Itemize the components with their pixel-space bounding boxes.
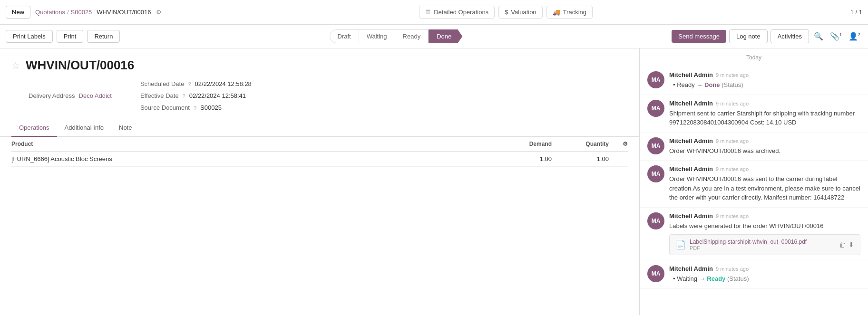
msg-author-4: Mitchell Admin: [669, 165, 713, 172]
valuation-label: Valuation: [511, 9, 536, 16]
tracking-button[interactable]: 🚚 Tracking: [546, 6, 593, 19]
msg-content-2: Mitchell Admin 9 minutes ago Shipment se…: [669, 100, 860, 127]
msg-content-5: Mitchell Admin 9 minutes ago Labels were…: [669, 212, 860, 256]
source-document-label: Source Document: [140, 104, 190, 111]
status-to-1: Done: [704, 81, 720, 88]
breadcrumb-quotations[interactable]: Quotations: [35, 9, 65, 16]
table-area: Product Demand Quantity ⚙ [FURN_6666] Ac…: [0, 137, 639, 167]
row-action-cell: [609, 155, 628, 162]
msg-body-4: Order WHVIN/OUT/00016 was sent to the ca…: [669, 174, 860, 202]
tab-note[interactable]: Note: [111, 119, 139, 137]
avatar-4: MA: [647, 165, 664, 182]
valuation-button[interactable]: $ Valuation: [498, 6, 542, 19]
avatar-initials-5: MA: [652, 218, 661, 224]
msg-header-1: Mitchell Admin 9 minutes ago: [669, 71, 860, 78]
action-bar-right: Send message Log note Activities 🔍 📎1 👤2: [672, 29, 862, 43]
tracking-label: Tracking: [563, 9, 586, 16]
favorite-star-icon[interactable]: ☆: [11, 60, 20, 71]
scheduled-date-label: Scheduled Date: [140, 80, 185, 87]
status-label-1: (Status): [722, 81, 743, 88]
msg-header-2: Mitchell Admin 9 minutes ago: [669, 100, 860, 107]
status-bar: Draft Waiting Ready Done: [330, 29, 463, 43]
scheduled-date-help[interactable]: ?: [188, 81, 191, 87]
msg-body-6: • Waiting → Ready (Status): [669, 274, 860, 284]
status-draft[interactable]: Draft: [330, 29, 359, 43]
return-button[interactable]: Return: [87, 30, 120, 43]
msg-content-3: Mitchell Admin 9 minutes ago Order WHVIN…: [669, 137, 860, 156]
pdf-icon: 📄: [675, 239, 686, 250]
breadcrumb-separator: /: [67, 9, 69, 16]
avatar-3: MA: [647, 137, 664, 154]
detailed-operations-label: Detailed Operations: [434, 9, 488, 16]
effective-date-help[interactable]: ?: [183, 93, 185, 99]
avatar-2: MA: [647, 100, 664, 117]
attachment-box: 📄 LabelShipping-starshipit-whvin_out_000…: [669, 234, 860, 255]
col-settings-icon[interactable]: ⚙: [609, 141, 628, 147]
effective-date-label: Effective Date: [140, 92, 179, 99]
user-icon-button[interactable]: 👤2: [847, 30, 862, 43]
message-5: MA Mitchell Admin 9 minutes ago Labels w…: [640, 208, 868, 261]
send-message-button[interactable]: Send message: [672, 30, 726, 43]
top-bar: New Quotations / S00025 WHVIN/OUT/00016 …: [0, 0, 868, 25]
msg-author-6: Mitchell Admin: [669, 265, 713, 272]
source-document-value: S00025: [200, 104, 222, 111]
log-note-button[interactable]: Log note: [729, 29, 768, 43]
msg-header-6: Mitchell Admin 9 minutes ago: [669, 265, 860, 272]
detailed-operations-button[interactable]: ☰ Detailed Operations: [419, 6, 495, 19]
truck-icon: 🚚: [553, 9, 560, 16]
search-icon-button[interactable]: 🔍: [812, 30, 825, 43]
attachment-info: LabelShipping-starshipit-whvin_out_00016…: [690, 239, 835, 251]
paperclip-icon-button[interactable]: 📎1: [828, 30, 844, 43]
msg-header-3: Mitchell Admin 9 minutes ago: [669, 137, 860, 144]
message-4: MA Mitchell Admin 9 minutes ago Order WH…: [640, 161, 868, 208]
effective-date-field: Effective Date ? 02/22/2024 12:58:41: [140, 92, 252, 99]
chatter-today-label: Today: [640, 48, 868, 67]
col-product-header: Product: [11, 141, 495, 147]
attachment-type: PDF: [690, 245, 835, 251]
status-change-1: • Ready → Done (Status): [673, 80, 860, 90]
status-label-6: (Status): [727, 275, 749, 282]
msg-time-5: 9 minutes ago: [716, 213, 749, 219]
msg-body-3: Order WHVIN/OUT/00016 was archived.: [669, 146, 860, 156]
tab-additional-info[interactable]: Additional Info: [57, 119, 111, 137]
record-id-label: WHVIN/OUT/00016: [97, 9, 151, 16]
status-from-6: Waiting: [677, 275, 697, 282]
status-from-1: Ready: [677, 81, 695, 88]
effective-date-value: 02/22/2024 12:58:41: [189, 92, 246, 99]
print-button[interactable]: Print: [57, 30, 84, 43]
scheduled-date-value: 02/22/2024 12:58:28: [195, 80, 252, 87]
message-1: MA Mitchell Admin 9 minutes ago • Ready …: [640, 67, 868, 95]
tab-operations[interactable]: Operations: [11, 119, 57, 137]
status-ready[interactable]: Ready: [395, 29, 429, 43]
new-button[interactable]: New: [6, 6, 30, 19]
msg-body-5: Labels were generated for the order WHVI…: [669, 221, 860, 231]
col-demand-header: Demand: [495, 141, 552, 147]
avatar-5: MA: [647, 212, 664, 229]
product-cell[interactable]: [FURN_6666] Acoustic Bloc Screens: [11, 155, 495, 162]
avatar-initials-1: MA: [652, 76, 661, 83]
msg-time-4: 9 minutes ago: [716, 166, 749, 172]
page-indicator: 1 / 1: [850, 9, 862, 16]
avatar-1: MA: [647, 71, 664, 88]
col-quantity-header: Quantity: [552, 141, 609, 147]
table-header: Product Demand Quantity ⚙: [11, 137, 628, 152]
status-waiting[interactable]: Waiting: [359, 29, 395, 43]
chatter: Today MA Mitchell Admin 9 minutes ago • …: [640, 48, 868, 315]
breadcrumb-s00025[interactable]: S00025: [71, 9, 92, 16]
action-bar: Print Labels Print Return Draft Waiting …: [0, 25, 868, 48]
msg-content-4: Mitchell Admin 9 minutes ago Order WHVIN…: [669, 165, 860, 202]
source-document-help[interactable]: ?: [194, 105, 196, 111]
msg-author-3: Mitchell Admin: [669, 137, 713, 144]
attachment-name[interactable]: LabelShipping-starshipit-whvin_out_00016…: [690, 239, 835, 245]
delete-attachment-button[interactable]: 🗑: [839, 241, 846, 248]
avatar-6: MA: [647, 265, 664, 282]
status-arrow-1: →: [696, 81, 704, 88]
print-labels-button[interactable]: Print Labels: [6, 30, 53, 43]
status-done[interactable]: Done: [429, 29, 462, 43]
delivery-address-value[interactable]: Deco Addict: [79, 92, 112, 99]
activities-button[interactable]: Activities: [770, 29, 809, 43]
download-attachment-button[interactable]: ⬇: [848, 241, 854, 248]
form-title-row: ☆ WHVIN/OUT/00016: [11, 58, 628, 73]
msg-author-2: Mitchell Admin: [669, 100, 713, 107]
gear-icon[interactable]: ⚙: [156, 9, 162, 16]
